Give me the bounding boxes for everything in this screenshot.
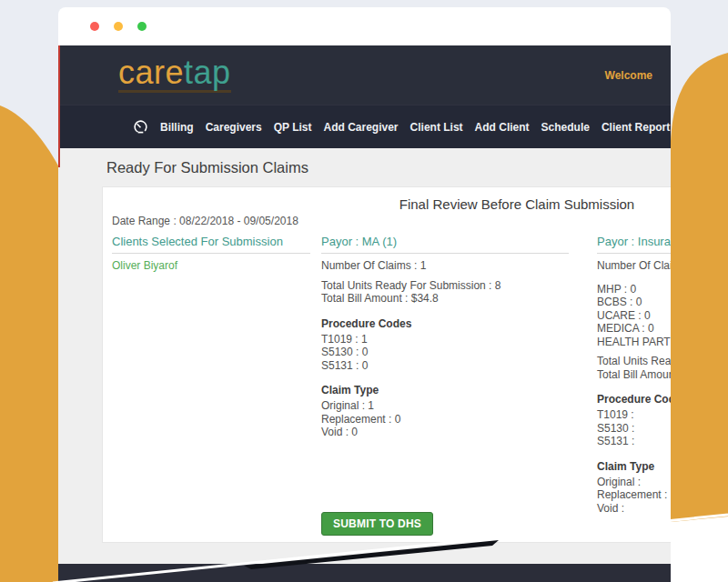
procedure-code-line: S5131 : 0 bbox=[321, 359, 569, 373]
totals-group: Total Units Ready For Submission : 8Tota… bbox=[321, 279, 569, 306]
nav-item[interactable]: Add Client bbox=[475, 121, 530, 134]
total-line: Total Units Ready bbox=[597, 355, 728, 368]
total-line: Total Bill Amount : $34.8 bbox=[321, 292, 569, 306]
insurers-group: MHP : 0BCBS : 0UCARE : 0MEDICA : 0HEALTH… bbox=[597, 283, 728, 349]
nav-item[interactable]: C bbox=[682, 121, 690, 134]
window-footer-bar bbox=[58, 564, 671, 582]
claim-type-group: Original : 1Replacement : 0Void : 0 bbox=[321, 399, 569, 439]
total-line: Total Units Ready For Submission : 8 bbox=[321, 279, 569, 293]
app-header: caretap Welcome bbox=[58, 45, 671, 105]
claim-type-line: Void : bbox=[597, 502, 728, 516]
procedure-codes-heading: Procedure Codes bbox=[597, 393, 728, 406]
welcome-menu[interactable]: Welcome bbox=[605, 69, 652, 82]
page-title: Ready For Submission Claims bbox=[106, 159, 308, 176]
minimize-icon[interactable] bbox=[114, 22, 123, 31]
clients-column: Clients Selected For Submission Oliver B… bbox=[112, 235, 310, 273]
panel-title: Final Review Before Claim Submission bbox=[399, 196, 634, 212]
procedure-codes-group: T1019 :S5130 :S5131 : bbox=[597, 408, 728, 448]
procedure-code-line: S5130 : bbox=[597, 422, 728, 436]
nav-item[interactable]: QP List bbox=[274, 121, 312, 134]
totals-group: Total Units ReadyTotal Bill Amount : bbox=[597, 355, 728, 381]
insurer-line: MEDICA : 0 bbox=[597, 322, 728, 336]
insurer-line: BCBS : 0 bbox=[597, 296, 728, 309]
claim-review-panel: Final Review Before Claim Submission Dat… bbox=[102, 186, 728, 543]
nav-item[interactable]: Add Caregiver bbox=[324, 121, 399, 134]
claims-count-line: Number Of Claims bbox=[597, 259, 728, 273]
claim-type-heading: Claim Type bbox=[597, 460, 728, 473]
payor-insurance-column: Payor : Insuranc Number Of Claims MHP : … bbox=[597, 235, 728, 515]
browser-window: caretap Welcome Billing Caregivers QP Li… bbox=[58, 7, 671, 582]
caretap-logo[interactable]: caretap bbox=[118, 57, 231, 92]
insurer-line: MHP : 0 bbox=[597, 283, 728, 296]
close-icon[interactable] bbox=[90, 22, 99, 31]
payor-ma-column: Payor : MA (1) Number Of Claims : 1 Tota… bbox=[321, 235, 569, 439]
procedure-code-line: T1019 : 1 bbox=[321, 333, 569, 346]
insurer-line: UCARE : 0 bbox=[597, 309, 728, 323]
dashboard-gauge-icon[interactable] bbox=[133, 119, 148, 135]
main-navigation: Billing Caregivers QP List Add Caregiver… bbox=[58, 105, 671, 148]
insurer-line: HEALTH PARTNE bbox=[597, 336, 728, 349]
submit-to-dhs-button[interactable]: SUBMIT TO DHS bbox=[321, 512, 433, 536]
nav-item[interactable]: Caregivers bbox=[206, 121, 262, 134]
nav-item[interactable]: Schedule bbox=[541, 121, 590, 134]
claim-type-line: Original : bbox=[597, 476, 728, 489]
page-content: Ready For Submission Claims Final Review… bbox=[58, 148, 671, 564]
procedure-codes-heading: Procedure Codes bbox=[321, 317, 569, 330]
nav-item[interactable]: Client Report bbox=[602, 121, 670, 134]
claim-type-group: Original :Replacement :Void : bbox=[597, 476, 728, 516]
nav-item[interactable]: Client List bbox=[410, 121, 463, 134]
payor-insurance-heading: Payor : Insuranc bbox=[597, 235, 728, 254]
claims-count-line: Number Of Claims : 1 bbox=[321, 259, 569, 273]
claim-type-line: Void : 0 bbox=[321, 426, 569, 439]
nav-item[interactable]: Billing bbox=[160, 121, 194, 134]
claim-type-heading: Claim Type bbox=[321, 384, 569, 396]
date-range-label: Date Range : 08/22/2018 - 09/05/2018 bbox=[112, 215, 298, 227]
client-name-list: Oliver Biyarof bbox=[112, 259, 310, 273]
claim-type-line: Replacement : bbox=[597, 488, 728, 502]
procedure-code-line: S5131 : bbox=[597, 435, 728, 448]
procedure-codes-group: T1019 : 1S5130 : 0S5131 : 0 bbox=[321, 333, 569, 373]
window-title-bar bbox=[58, 7, 671, 45]
clients-heading: Clients Selected For Submission bbox=[112, 235, 310, 254]
logo-care-text: care bbox=[118, 54, 184, 91]
client-name: Oliver Biyarof bbox=[112, 259, 310, 273]
claim-type-line: Replacement : 0 bbox=[321, 413, 569, 426]
logo-tap-text: tap bbox=[184, 54, 231, 91]
procedure-code-line: S5130 : 0 bbox=[321, 346, 569, 359]
claim-type-line: Original : 1 bbox=[321, 399, 569, 413]
total-line: Total Bill Amount : bbox=[597, 368, 728, 382]
payor-ma-heading: Payor : MA (1) bbox=[321, 235, 569, 254]
left-accent-shape bbox=[0, 105, 60, 582]
fullscreen-icon[interactable] bbox=[137, 22, 147, 31]
procedure-code-line: T1019 : bbox=[597, 408, 728, 422]
